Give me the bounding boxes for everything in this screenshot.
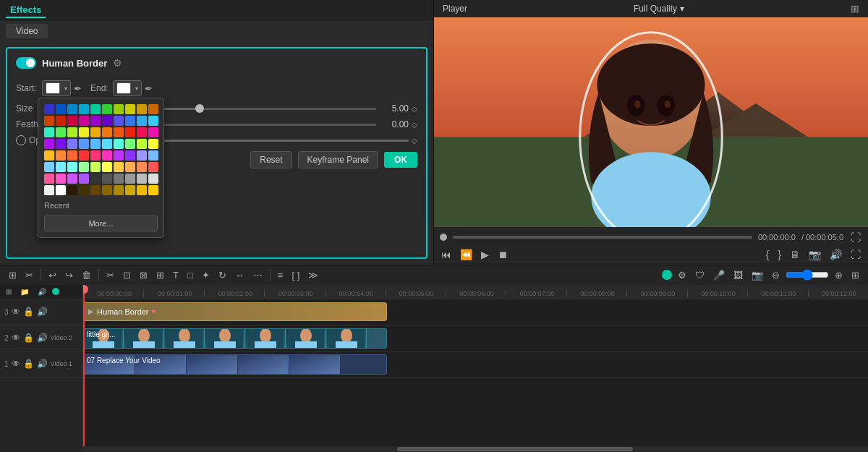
size-keyframe-diamond[interactable]: ◇ <box>412 105 417 113</box>
color-cell[interactable] <box>114 116 124 126</box>
color-cell[interactable] <box>44 162 54 172</box>
grid-icon[interactable]: ⊞ <box>851 3 859 14</box>
end-eyedropper[interactable]: ✒ <box>145 83 153 94</box>
feather-keyframe-diamond[interactable]: ◇ <box>412 121 417 129</box>
color-cell[interactable] <box>148 104 158 114</box>
color-cell[interactable] <box>148 162 158 172</box>
toolbar-detach[interactable]: ⊠ <box>137 268 150 282</box>
color-cell[interactable] <box>79 185 89 195</box>
color-cell[interactable] <box>67 139 77 149</box>
video-clip[interactable]: little gir... <box>83 328 387 349</box>
fullscreen-button[interactable]: ⛶ <box>849 230 862 244</box>
color-cell[interactable] <box>125 116 135 126</box>
color-cell[interactable] <box>79 116 89 126</box>
color-cell[interactable] <box>114 174 124 184</box>
color-cell[interactable] <box>56 150 66 161</box>
toolbar-media[interactable]: 🖼 <box>731 268 746 282</box>
toolbar-more[interactable]: ⋯ <box>250 268 265 282</box>
opacity-keyframe-diamond[interactable]: ◇ <box>412 137 417 145</box>
color-cell[interactable] <box>79 174 89 184</box>
color-cell[interactable] <box>90 104 101 114</box>
opacity-toggle[interactable] <box>16 135 26 145</box>
color-cell[interactable] <box>79 139 89 149</box>
skip-back-button[interactable]: ⏮ <box>440 247 453 262</box>
effect-toggle[interactable] <box>16 57 36 69</box>
color-cell[interactable] <box>102 139 112 149</box>
toolbar-zoom-out[interactable]: ⊖ <box>769 268 783 282</box>
toolbar-cam[interactable]: 📷 <box>749 268 766 282</box>
video-tab[interactable]: Video <box>6 24 48 38</box>
color-cell[interactable] <box>90 150 101 161</box>
color-cell[interactable] <box>67 174 77 184</box>
mark-out-button[interactable]: } <box>776 247 783 262</box>
color-cell[interactable] <box>56 104 66 114</box>
color-cell[interactable] <box>56 185 66 195</box>
toolbar-rotate[interactable]: ↻ <box>216 268 229 282</box>
toolbar-settings2[interactable]: ⚙ <box>675 268 689 282</box>
color-cell[interactable] <box>125 127 135 137</box>
track-1-audio[interactable]: 🔊 <box>37 359 48 369</box>
keyframe-panel-button[interactable]: Keyframe Panel <box>298 151 378 169</box>
color-cell[interactable] <box>137 127 147 137</box>
color-cell[interactable] <box>79 162 89 172</box>
playhead-indicator[interactable] <box>440 234 447 241</box>
track-3-lock[interactable]: 🔒 <box>23 307 34 317</box>
start-color-btn[interactable]: ▾ <box>42 80 71 96</box>
toolbar-undo[interactable]: ↩ <box>46 268 59 282</box>
step-back-button[interactable]: ⏪ <box>459 247 474 262</box>
track-1-eye[interactable]: 👁 <box>12 359 20 369</box>
color-cell[interactable] <box>79 150 89 161</box>
audio-track-btn[interactable]: 🔊 <box>35 286 49 297</box>
color-cell[interactable] <box>137 162 147 172</box>
color-cell[interactable] <box>137 116 147 126</box>
toolbar-crop[interactable]: ⊡ <box>120 268 134 282</box>
color-cell[interactable] <box>102 174 112 184</box>
more-button[interactable]: More... <box>44 216 158 231</box>
color-cell[interactable] <box>56 127 66 137</box>
color-cell[interactable] <box>79 127 89 137</box>
color-cell[interactable] <box>102 185 112 195</box>
color-cell[interactable] <box>44 150 54 161</box>
color-cell[interactable] <box>90 174 101 184</box>
color-cell[interactable] <box>67 162 77 172</box>
color-cell[interactable] <box>125 104 135 114</box>
start-eyedropper[interactable]: ✒ <box>74 83 82 94</box>
color-cell[interactable] <box>114 104 124 114</box>
stop-button[interactable]: ⏹ <box>496 247 509 262</box>
color-cell[interactable] <box>148 116 158 126</box>
track-3-eye[interactable]: 👁 <box>12 307 20 317</box>
color-cell[interactable] <box>137 185 147 195</box>
color-cell[interactable] <box>44 185 54 195</box>
toolbar-split[interactable]: ⊞ <box>6 268 20 282</box>
size-slider-thumb[interactable] <box>195 104 204 113</box>
color-cell[interactable] <box>148 174 158 184</box>
mark-in-button[interactable]: { <box>765 247 771 262</box>
human-border-clip[interactable]: ▶ Human Border ♥ <box>83 302 387 321</box>
play-progress-bar[interactable] <box>453 236 752 239</box>
color-cell[interactable] <box>44 174 54 184</box>
toolbar-rect[interactable]: □ <box>184 268 196 282</box>
color-cell[interactable] <box>148 127 158 137</box>
color-cell[interactable] <box>90 127 101 137</box>
ruler-playhead[interactable] <box>83 285 85 299</box>
color-cell[interactable] <box>114 139 124 149</box>
timeline-scrollbar[interactable] <box>83 446 868 452</box>
color-cell[interactable] <box>114 185 124 195</box>
track-1-lock[interactable]: 🔒 <box>23 359 34 369</box>
volume-button[interactable]: 🔊 <box>828 247 843 262</box>
color-cell[interactable] <box>102 162 112 172</box>
toolbar-zoom-in[interactable]: ⊕ <box>832 268 846 282</box>
toolbar-audio[interactable]: ⊞ <box>153 268 167 282</box>
toolbar-razor[interactable]: ✂ <box>22 268 36 282</box>
color-cell[interactable] <box>125 174 135 184</box>
toolbar-shield[interactable]: 🛡 <box>692 268 707 282</box>
color-cell[interactable] <box>56 162 66 172</box>
color-cell[interactable] <box>102 127 112 137</box>
effects-title[interactable]: Effects <box>6 3 46 18</box>
color-cell[interactable] <box>56 174 66 184</box>
color-cell[interactable] <box>114 127 124 137</box>
color-cell[interactable] <box>44 127 54 137</box>
toolbar-more2[interactable]: ≫ <box>305 268 321 282</box>
color-cell[interactable] <box>148 185 158 195</box>
color-cell[interactable] <box>44 116 54 126</box>
